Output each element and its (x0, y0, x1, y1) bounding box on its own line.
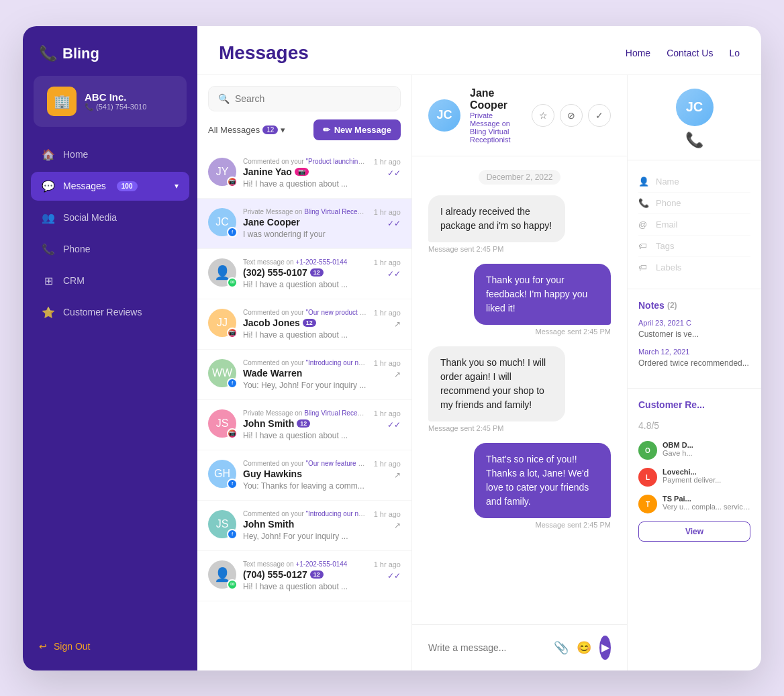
labels-icon: 🏷 (638, 262, 649, 272)
page-title: Messages (219, 42, 309, 64)
send-button[interactable]: ▶ (599, 636, 611, 660)
message-preview: I was wondering if your (243, 230, 367, 239)
instagram-badge: 📷 (227, 177, 238, 187)
messages-filters: All Messages 12 ▾ ✏ New Message (208, 119, 401, 140)
avatar-wrap: JS 📷 (208, 409, 236, 438)
avatar-wrap: JY 📷 (208, 158, 236, 186)
new-message-button[interactable]: ✏ New Message (313, 119, 401, 140)
new-message-label: New Message (334, 125, 391, 135)
status-icon: ✓✓ (387, 420, 401, 430)
block-button[interactable]: ⊘ (560, 104, 583, 127)
contact-avatar: JC (676, 89, 714, 126)
avatar-wrap: WW f (208, 359, 236, 387)
sender-name: Janine Yao 📷 (243, 166, 367, 177)
message-preview: Hey, John! For your inquiry ... (243, 532, 367, 541)
sidebar-item-social[interactable]: 👥 Social Media (31, 203, 189, 232)
sidebar-item-label: Home (63, 149, 88, 160)
star-button[interactable]: ☆ (532, 104, 554, 127)
sidebar-item-home[interactable]: 🏠 Home (31, 140, 189, 169)
chat-contact-info: Jane Cooper Private Message on Bling Vir… (470, 87, 522, 144)
list-item[interactable]: GH f Commented on your "Our new feature … (197, 450, 411, 501)
sign-out-icon: ↩ (39, 641, 47, 652)
sidebar-item-label: Social Media (63, 212, 117, 223)
list-item[interactable]: JS 📷 Private Message on Bling Virtual Re… (197, 400, 411, 450)
message-time: 1 hr ago ✓✓ (374, 258, 401, 279)
attachment-icon[interactable]: 📎 (554, 640, 569, 655)
home-icon: 🏠 (42, 148, 55, 161)
review-item: O OBM D... Gave h... (638, 441, 750, 460)
message-content: Commented on your "Our new feature has .… (243, 460, 367, 491)
status-icon: ↗ (394, 521, 401, 530)
sidebar-item-label: Customer Reviews (63, 307, 142, 317)
phone-icon: 📞 (42, 243, 55, 256)
review-content: Lovechi... Payment deliver... (663, 468, 750, 487)
note-item: March 12, 2021 Ordered twice recommended… (638, 348, 750, 369)
filter-all-messages[interactable]: All Messages 12 ▾ (208, 125, 285, 135)
message-time: 1 hr ago ✓✓ (374, 158, 401, 178)
person-icon: 👤 (638, 177, 649, 187)
message-time: 1 hr ago ✓✓ (374, 208, 401, 228)
message-content: Private Message on Bling Virtual Recepti… (243, 409, 367, 440)
view-all-reviews-button[interactable]: View (638, 521, 750, 542)
message-bubble: Thank you for your feedback! I'm happy y… (474, 264, 611, 325)
company-card[interactable]: 🏢 ABC Inc. 📞 (541) 754-3010 (34, 76, 187, 127)
message-time: 1 hr ago ✓✓ (374, 560, 401, 581)
review-text: Very u... compla... service... (663, 503, 750, 511)
list-item[interactable]: WW f Commented on your "Introducing our … (197, 350, 411, 400)
nav-link-contact[interactable]: Contact Us (667, 48, 713, 58)
list-item[interactable]: 👤 ✉ Text message on +1-202-555-0144 (704… (197, 551, 411, 601)
search-bar[interactable]: 🔍 (208, 86, 401, 111)
sidebar-item-messages[interactable]: 💬 Messages 100 ▾ (31, 172, 189, 201)
sidebar-item-reviews[interactable]: ⭐ Customer Reviews (31, 298, 189, 327)
reviewer-avatar: O (638, 441, 657, 460)
message-time: 1 hr ago ↗ (374, 359, 401, 379)
content-area: 🔍 All Messages 12 ▾ ✏ New Message (197, 75, 761, 670)
reviews-icon: ⭐ (42, 306, 55, 319)
notes-section: Notes (2) April 23, 2021 C Customer is v… (628, 289, 761, 389)
avatar-wrap: JS f (208, 510, 236, 538)
bubble-time: Message sent 2:45 PM (428, 424, 504, 432)
sidebar-item-crm[interactable]: ⊞ CRM (31, 266, 189, 295)
list-item[interactable]: 👤 ✉ Text message on +1-202-555-0144 (302… (197, 249, 411, 299)
sender-name: John Smith 12 (243, 418, 367, 429)
notes-count: (2) (667, 301, 677, 310)
social-icon: 👥 (42, 211, 55, 224)
notes-title: Notes (638, 300, 665, 311)
nav-link-more[interactable]: Lo (729, 48, 740, 58)
review-item: T TS Pai... Very u... compla... service.… (638, 495, 750, 513)
list-item[interactable]: JJ 📷 Commented on your "Our new product … (197, 299, 411, 350)
message-content: Commented on your "Product launching on … (243, 158, 367, 189)
review-content: TS Pai... Very u... compla... service... (663, 495, 750, 513)
facebook-badge: f (227, 378, 238, 389)
resolve-button[interactable]: ✓ (588, 104, 611, 127)
sidebar: 📞 Bling 🏢 ABC Inc. 📞 (541) 754-3010 🏠 Ho… (23, 26, 197, 670)
message-input[interactable] (428, 642, 546, 653)
nav-link-home[interactable]: Home (626, 48, 650, 58)
sign-out-button[interactable]: ↩ Sign Out (39, 641, 181, 652)
list-item[interactable]: JS f Commented on your "Introducing our … (197, 501, 411, 551)
sender-name: (302) 555-0107 12 (243, 267, 367, 278)
status-icon: ↗ (394, 370, 401, 379)
emoji-icon[interactable]: 😊 (577, 640, 591, 655)
facebook-badge: f (227, 529, 238, 540)
message-content: Commented on your "Our new product launc… (243, 309, 367, 340)
search-input[interactable] (235, 93, 391, 104)
message-bubble-wrap: Thank you for your feedback! I'm happy y… (428, 264, 611, 336)
phone-label: Phone (656, 198, 681, 208)
sender-name: John Smith (243, 519, 367, 530)
avatar-wrap: 👤 ✉ (208, 258, 236, 287)
status-icon: ↗ (394, 470, 401, 480)
filter-chevron-icon: ▾ (281, 125, 285, 135)
message-preview: Hi! I have a question about ... (243, 330, 367, 340)
message-content: Commented on your "Introducing our new .… (243, 359, 367, 390)
company-phone: 📞 (541) 754-3010 (85, 103, 146, 111)
labels-label: Labels (656, 262, 681, 272)
list-item[interactable]: JY 📷 Commented on your "Product launchin… (197, 148, 411, 199)
email-icon: @ (638, 219, 649, 230)
avatar-wrap: JJ 📷 (208, 309, 236, 337)
list-item[interactable]: JC f Private Message on Bling Virtual Re… (197, 199, 411, 249)
sidebar-item-phone[interactable]: 📞 Phone (31, 235, 189, 264)
sms-badge: ✉ (227, 277, 238, 288)
logo: 📞 Bling (23, 26, 197, 76)
messages-panel: 🔍 All Messages 12 ▾ ✏ New Message (197, 75, 412, 670)
